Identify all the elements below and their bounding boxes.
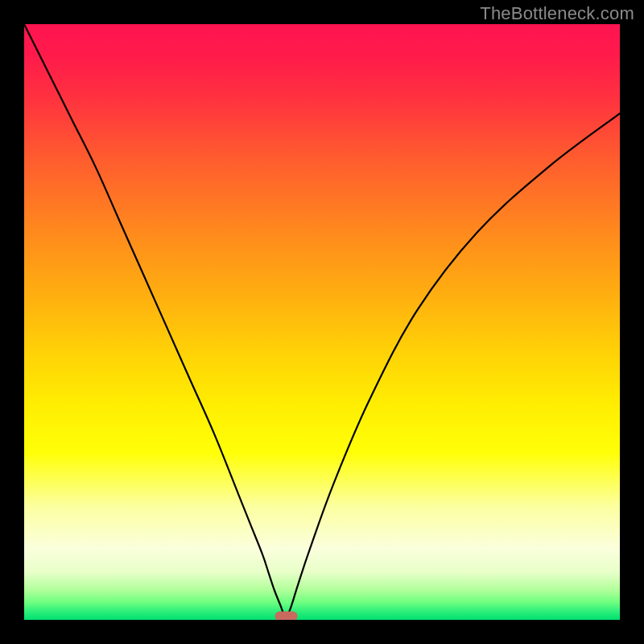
optimal-marker <box>275 612 298 620</box>
watermark-text: TheBottleneck.com <box>480 3 634 24</box>
plot-area <box>24 24 620 620</box>
bottleneck-curve <box>24 24 620 617</box>
curve-svg <box>24 24 620 620</box>
chart-container: TheBottleneck.com <box>0 0 644 644</box>
